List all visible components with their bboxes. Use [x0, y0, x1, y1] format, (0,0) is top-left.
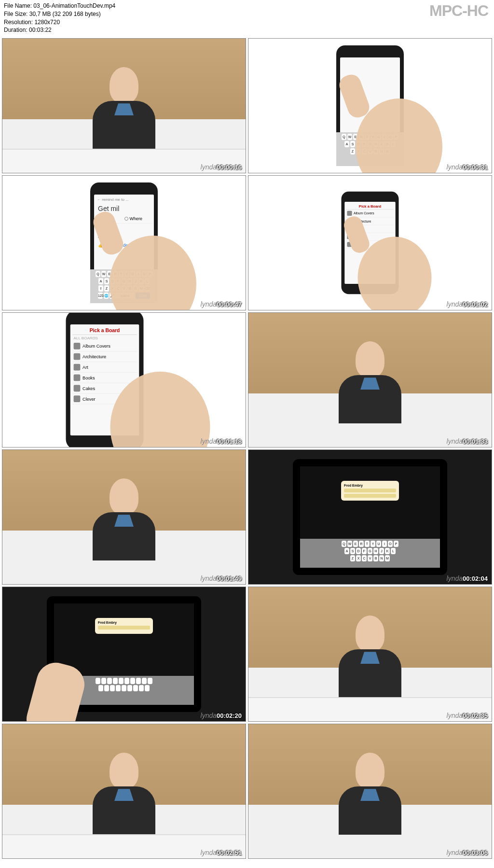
- watermark: lynda: [201, 574, 217, 582]
- timestamp: 00:02:51: [217, 849, 242, 856]
- thumbnail[interactable]: QWERTYUIOP ASDFGHJKL ZXCVBNM lynda 00:00…: [248, 38, 492, 173]
- watermark: lynda: [447, 437, 463, 445]
- thumbnail[interactable]: lynda 00:00:16: [2, 38, 246, 173]
- timestamp: 00:00:16: [217, 164, 242, 171]
- thumbnail[interactable]: Pick a Board ALL BOARDS Album Covers Arc…: [2, 312, 246, 448]
- watermark: lynda: [201, 163, 217, 171]
- file-info-header: File Name: 03_06-AnimationTouchDev.mp4 F…: [0, 0, 494, 36]
- timestamp: 00:01:49: [217, 575, 242, 582]
- watermark: lynda: [201, 300, 217, 308]
- thumbnail[interactable]: lynda 00:03:06: [248, 724, 492, 859]
- thumbnail[interactable]: ← remind me to ... Get mil When Where To…: [2, 175, 246, 310]
- timestamp: 00:02:35: [463, 712, 488, 719]
- thumbnail[interactable]: lynda 00:02:51: [2, 724, 246, 859]
- timestamp: 00:00:47: [217, 301, 242, 308]
- thumbnail[interactable]: Fred Embry QWERTYUIOP ASDFGHJKL ZXCVBNM …: [248, 449, 492, 585]
- thumbnail-grid: lynda 00:00:16 QWERTYUIOP ASDFGHJKL ZXCV…: [0, 36, 494, 861]
- timestamp: 00:00:31: [463, 164, 488, 171]
- watermark: lynda: [447, 163, 463, 171]
- thumbnail[interactable]: Fred Embry lynda 00:02:20: [2, 587, 246, 722]
- timestamp: 00:02:20: [217, 712, 242, 719]
- thumbnail[interactable]: Pick a Board Album Covers Architecture A…: [248, 175, 492, 310]
- timestamp: 00:01:33: [463, 438, 488, 445]
- app-logo: MPC-HC: [429, 2, 488, 20]
- watermark: lynda: [201, 437, 217, 445]
- timestamp: 00:02:04: [463, 575, 488, 582]
- thumbnail[interactable]: lynda 00:01:49: [2, 449, 246, 585]
- watermark: lynda: [447, 300, 463, 308]
- watermark: lynda: [447, 574, 463, 582]
- watermark: lynda: [447, 849, 463, 856]
- watermark: lynda: [201, 712, 217, 719]
- timestamp: 00:03:06: [463, 849, 488, 856]
- timestamp: 00:01:18: [217, 438, 242, 445]
- watermark: lynda: [447, 712, 463, 719]
- thumbnail[interactable]: lynda 00:02:35: [248, 587, 492, 722]
- timestamp: 00:01:02: [463, 301, 488, 308]
- thumbnail[interactable]: lynda 00:01:33: [248, 312, 492, 448]
- watermark: lynda: [201, 849, 217, 856]
